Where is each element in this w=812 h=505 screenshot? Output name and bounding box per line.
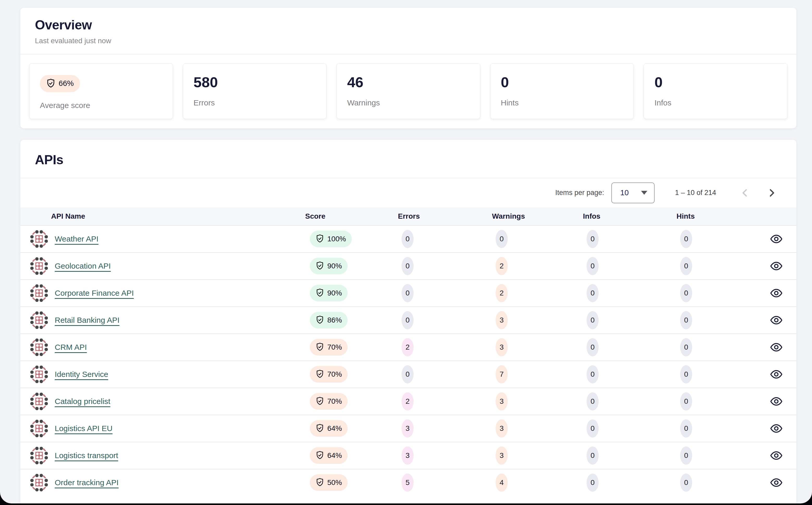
view-api-button[interactable] xyxy=(769,286,783,300)
api-name-cell: Weather API xyxy=(20,229,305,249)
column-header-api-name: API Name xyxy=(20,212,305,220)
actions-cell xyxy=(748,340,796,354)
api-avatar-icon xyxy=(29,229,49,249)
errors-badge: 2 xyxy=(401,338,414,356)
eye-icon xyxy=(770,342,783,352)
errors-cell: 0 xyxy=(398,311,492,329)
score-cell: 86% xyxy=(305,312,398,329)
previous-page-button[interactable] xyxy=(738,186,751,199)
hints-cell: 0 xyxy=(677,311,748,329)
api-name-link[interactable]: Logistics API EU xyxy=(55,424,113,433)
column-header-warnings: Warnings xyxy=(492,212,583,220)
score-badge: 64% xyxy=(310,447,348,464)
api-name-link[interactable]: Corporate Finance API xyxy=(55,289,134,298)
score-value: 100% xyxy=(327,235,346,243)
items-per-page-select[interactable]: 10 xyxy=(611,182,655,203)
pagination-bar: Items per page: 10 1 – 10 of 214 xyxy=(20,178,796,207)
api-avatar-icon xyxy=(29,446,49,466)
warnings-badge: 3 xyxy=(496,338,508,356)
table-row: Weather API 100% 0 0 0 0 xyxy=(20,225,796,252)
infos-cell: 0 xyxy=(583,230,677,248)
score-badge: 50% xyxy=(310,474,348,491)
api-avatar-icon xyxy=(29,256,49,276)
stat-label: Average score xyxy=(40,101,162,110)
view-api-button[interactable] xyxy=(769,259,783,273)
hints-badge: 0 xyxy=(680,311,692,329)
page-title: Overview xyxy=(35,18,782,32)
warnings-cell: 2 xyxy=(492,257,583,275)
stat-label: Infos xyxy=(654,99,777,107)
apis-title: APIs xyxy=(35,152,782,167)
stat-card-hints: 0 Hints xyxy=(490,63,634,119)
api-name-link[interactable]: Weather API xyxy=(55,234,99,243)
view-api-button[interactable] xyxy=(769,340,783,354)
hints-badge: 0 xyxy=(680,447,692,465)
column-header-errors: Errors xyxy=(398,212,492,220)
api-name-link[interactable]: Geolocation API xyxy=(55,262,111,271)
api-avatar-icon xyxy=(29,283,49,303)
shield-check-icon xyxy=(316,369,324,379)
view-api-button[interactable] xyxy=(769,394,783,408)
shield-check-icon xyxy=(316,342,324,352)
table-row: Identity Service 70% 0 7 0 0 xyxy=(20,360,796,387)
api-name-link[interactable]: Order tracking API xyxy=(55,478,119,487)
apis-header: APIs xyxy=(20,140,796,178)
api-name-link[interactable]: Logistics transport xyxy=(55,451,118,460)
score-value: 64% xyxy=(327,424,342,433)
eye-icon xyxy=(770,288,783,298)
score-cell: 50% xyxy=(305,474,398,491)
api-name-cell: Logistics transport xyxy=(20,446,305,466)
hints-cell: 0 xyxy=(677,392,748,410)
last-evaluated-text: Last evaluated just now xyxy=(35,37,782,45)
actions-cell xyxy=(748,422,796,436)
apis-card: APIs Items per page: 10 1 – 10 of 214 AP… xyxy=(20,140,796,504)
stat-card-infos: 0 Infos xyxy=(644,63,788,119)
dropdown-caret-icon xyxy=(641,191,647,195)
view-api-button[interactable] xyxy=(769,422,783,436)
api-name-link[interactable]: CRM API xyxy=(55,343,87,352)
view-api-button[interactable] xyxy=(769,313,783,327)
stat-value: 0 xyxy=(654,75,777,90)
hints-cell: 0 xyxy=(677,257,748,275)
eye-icon xyxy=(770,315,783,325)
column-header-infos: Infos xyxy=(583,212,677,220)
table-row: Geolocation API 90% 0 2 0 0 xyxy=(20,252,796,279)
shield-check-icon xyxy=(316,451,324,460)
api-name-link[interactable]: Identity Service xyxy=(55,370,108,379)
hints-badge: 0 xyxy=(680,392,692,410)
infos-cell: 0 xyxy=(583,338,677,356)
infos-cell: 0 xyxy=(583,284,677,302)
api-name-link[interactable]: Catalog pricelist xyxy=(55,397,110,406)
eye-icon xyxy=(770,423,783,434)
view-api-button[interactable] xyxy=(769,449,783,463)
infos-badge: 0 xyxy=(587,447,599,465)
actions-cell xyxy=(748,232,796,246)
actions-cell xyxy=(748,449,796,463)
view-api-button[interactable] xyxy=(769,367,783,381)
infos-badge: 0 xyxy=(587,311,599,329)
hints-badge: 0 xyxy=(680,230,692,248)
infos-badge: 0 xyxy=(587,419,599,438)
table-row: Retail Banking API 86% 0 3 0 0 xyxy=(20,306,796,333)
errors-cell: 5 xyxy=(398,474,492,492)
warnings-cell: 3 xyxy=(492,392,583,410)
warnings-badge: 2 xyxy=(496,257,508,275)
actions-cell xyxy=(748,394,796,408)
errors-badge: 0 xyxy=(401,257,414,275)
warnings-cell: 2 xyxy=(492,284,583,302)
next-page-button[interactable] xyxy=(765,186,778,199)
hints-cell: 0 xyxy=(677,365,748,383)
view-api-button[interactable] xyxy=(769,232,783,246)
hints-badge: 0 xyxy=(680,474,692,492)
api-name-link[interactable]: Retail Banking API xyxy=(55,316,119,325)
actions-cell xyxy=(748,367,796,381)
hints-cell: 0 xyxy=(677,230,748,248)
api-name-cell: Logistics API EU xyxy=(20,418,305,438)
warnings-cell: 3 xyxy=(492,447,583,465)
table-row: Corporate Finance API 90% 0 2 0 0 xyxy=(20,279,796,306)
errors-cell: 2 xyxy=(398,338,492,356)
warnings-badge: 3 xyxy=(496,447,508,465)
shield-check-icon xyxy=(316,424,324,433)
errors-cell: 0 xyxy=(398,230,492,248)
view-api-button[interactable] xyxy=(769,476,783,490)
